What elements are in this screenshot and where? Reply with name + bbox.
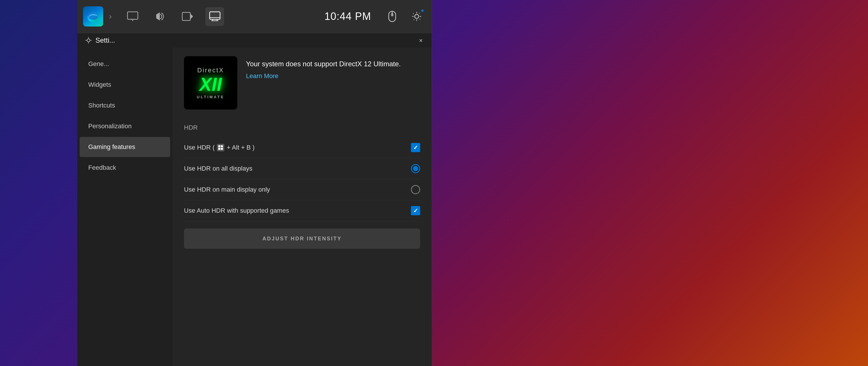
- main-content: DirectX XII ULTIMATE Your system does no…: [173, 47, 432, 366]
- hdr-all-displays-radio[interactable]: [411, 164, 420, 173]
- svg-rect-18: [221, 145, 223, 147]
- svg-rect-8: [210, 12, 220, 19]
- hdr-main-display-radio[interactable]: [411, 185, 420, 194]
- sidebar-item-feedback[interactable]: Feedback: [80, 158, 170, 178]
- settings-icon: [85, 36, 93, 44]
- settings-window: ›: [77, 0, 432, 366]
- breadcrumb-chevron: ›: [109, 12, 112, 21]
- edge-icon: [83, 6, 103, 27]
- sidebar-nav: Gene... Widgets Shortcuts Personalizatio…: [77, 47, 173, 366]
- svg-rect-17: [218, 145, 220, 147]
- hdr-label: HDR: [184, 124, 420, 131]
- svg-rect-19: [218, 148, 220, 150]
- sidebar-item-personalization[interactable]: Personalization: [80, 116, 170, 136]
- sidebar-item-general[interactable]: Gene...: [80, 54, 170, 74]
- settings-title: Setti...: [95, 36, 115, 44]
- content-area: Gene... Widgets Shortcuts Personalizatio…: [77, 47, 432, 366]
- settings-toolbar-btn[interactable]: [407, 7, 426, 26]
- directx-section: DirectX XII ULTIMATE Your system does no…: [184, 56, 420, 109]
- edge-logo[interactable]: [83, 6, 103, 27]
- directx-version: XII: [199, 75, 222, 94]
- hdr-section: HDR Use HDR ( + Alt +: [184, 124, 420, 249]
- toolbar-right-icons: [383, 7, 426, 26]
- sidebar-item-widgets[interactable]: Widgets: [80, 75, 170, 95]
- directx-subtitle: ULTIMATE: [197, 95, 225, 99]
- toolbar-icons: [123, 7, 313, 26]
- sidebar-item-shortcuts[interactable]: Shortcuts: [80, 95, 170, 115]
- svg-rect-6: [182, 12, 190, 21]
- auto-hdr-checkbox[interactable]: ✓: [411, 206, 420, 215]
- svg-marker-5: [157, 13, 159, 20]
- auto-hdr-row: Use Auto HDR with supported games ✓: [184, 200, 420, 221]
- toolbar-time: 10:44 PM: [324, 10, 371, 23]
- directx-title: DirectX: [197, 67, 224, 74]
- svg-point-16: [87, 39, 90, 42]
- svg-point-15: [415, 14, 419, 19]
- toolbar: ›: [77, 0, 432, 33]
- learn-more-link[interactable]: Learn More: [246, 72, 279, 79]
- hdr-main-display-label: Use HDR on main display only: [184, 186, 270, 193]
- hdr-main-display-row: Use HDR on main display only: [184, 179, 420, 200]
- hdr-all-displays-row: Use HDR on all displays: [184, 158, 420, 179]
- use-hdr-row: Use HDR ( + Alt + B ) ✓: [184, 137, 420, 158]
- sidebar-item-gaming[interactable]: Gaming features: [80, 137, 170, 157]
- hdr-all-displays-label: Use HDR on all displays: [184, 165, 252, 172]
- display-toolbar-btn[interactable]: [123, 7, 142, 26]
- directx-logo: DirectX XII ULTIMATE: [184, 56, 237, 109]
- svg-rect-2: [127, 12, 138, 19]
- directx-message: Your system does not support DirectX 12 …: [246, 59, 401, 69]
- title-bar: Setti... ×: [77, 33, 432, 47]
- auto-hdr-label: Use Auto HDR with supported games: [184, 207, 289, 214]
- directx-info: Your system does not support DirectX 12 …: [246, 56, 401, 80]
- screen-record-toolbar-btn[interactable]: [178, 7, 197, 26]
- audio-toolbar-btn[interactable]: [151, 7, 169, 26]
- notification-dot: [421, 9, 424, 12]
- adjust-hdr-button[interactable]: ADJUST HDR INTENSITY: [184, 229, 420, 249]
- use-hdr-checkbox[interactable]: ✓: [411, 143, 420, 152]
- windows-key-icon: [217, 144, 224, 151]
- close-button[interactable]: ×: [414, 34, 427, 47]
- mouse-toolbar-btn[interactable]: [383, 7, 401, 26]
- monitor-toolbar-btn[interactable]: [205, 7, 224, 26]
- svg-marker-7: [191, 15, 193, 18]
- svg-rect-20: [221, 148, 223, 150]
- use-hdr-label: Use HDR ( + Alt + B ): [184, 144, 255, 151]
